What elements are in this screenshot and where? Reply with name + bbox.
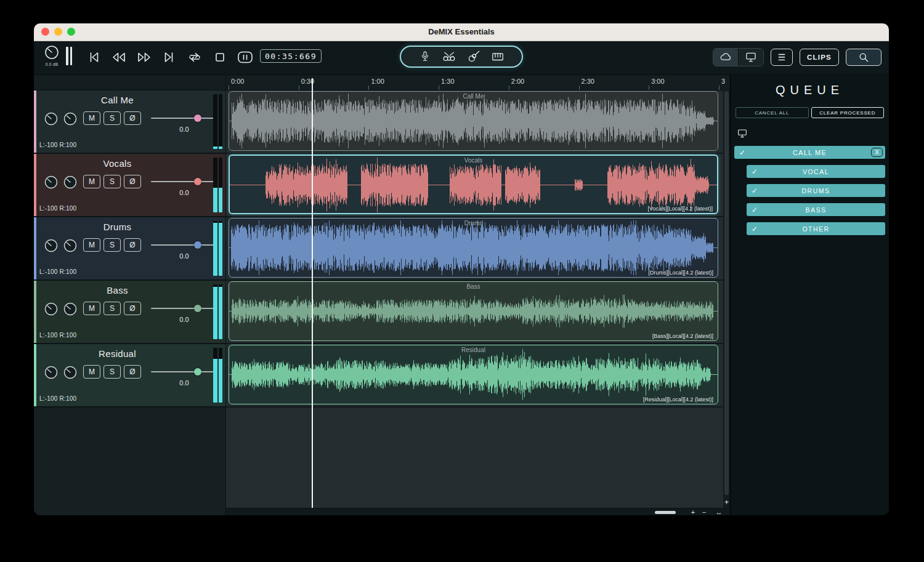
volume-slider-handle[interactable] (194, 178, 201, 185)
master-level-meter (66, 47, 72, 65)
remove-job-button[interactable]: X (871, 148, 883, 157)
solo-button[interactable]: S (103, 175, 121, 188)
volume-slider-handle[interactable] (194, 305, 201, 312)
audio-clip-drums[interactable]: Drums [Drums][Local][4.2 (latest)] (229, 218, 718, 278)
mute-button[interactable]: M (83, 238, 100, 252)
volume-value: 0.0 (151, 252, 217, 260)
zoom-out-button[interactable]: − (699, 508, 709, 515)
track-header-drums: Drums M S Ø 0.0 L:-100 R:100 (34, 217, 225, 281)
cancel-all-button[interactable]: CANCEL ALL (736, 107, 809, 118)
audio-clip-bass[interactable]: Bass [Bass][Local][4.2 (latest)] (229, 281, 718, 341)
width-knob[interactable] (62, 111, 78, 127)
audio-clip-residual[interactable]: Residual [Residual][Local][4.2 (latest)] (229, 345, 718, 404)
phase-button[interactable]: Ø (124, 238, 141, 252)
microphone-icon[interactable] (419, 50, 431, 63)
queue-job-call-me[interactable]: ✓ CALL ME X (734, 146, 885, 159)
check-icon: ✓ (752, 206, 758, 214)
fast-forward-button[interactable] (132, 47, 156, 67)
volume-slider-handle[interactable] (194, 114, 201, 122)
clear-processed-button[interactable]: CLEAR PROCESSED (811, 107, 885, 118)
volume-slider[interactable] (151, 367, 217, 377)
vertical-scrollbar[interactable]: + (723, 90, 730, 508)
piano-icon[interactable] (491, 50, 505, 63)
pan-knob[interactable] (43, 238, 59, 254)
mute-button[interactable]: M (83, 111, 100, 125)
horizontal-scrollbar-thumb[interactable] (655, 511, 676, 514)
instrument-selector[interactable] (400, 46, 523, 68)
skip-to-start-button[interactable] (82, 47, 105, 67)
width-knob[interactable] (62, 238, 78, 254)
skip-to-end-button[interactable] (158, 47, 181, 67)
track-name[interactable]: Call Me (34, 95, 201, 105)
horizontal-scrollbar[interactable]: + − ↔ (226, 508, 730, 515)
queue-stem-drums[interactable]: ✓ DRUMS (747, 184, 885, 197)
volume-slider[interactable] (151, 177, 217, 187)
volume-slider[interactable] (151, 303, 217, 313)
vertical-zoom-in-button[interactable]: + (723, 498, 730, 507)
vertical-scrollbar-thumb[interactable] (724, 91, 729, 495)
solo-button[interactable]: S (103, 302, 121, 315)
track-name[interactable]: Vocals (34, 158, 201, 169)
search-button[interactable] (846, 49, 881, 66)
volume-value: 0.0 (151, 379, 217, 387)
timeline-ruler[interactable]: 0:00 0:30 1:00 1:30 2:00 2:30 3:00 3 (226, 75, 730, 90)
zoom-in-button[interactable]: + (688, 508, 698, 515)
pan-knob[interactable] (43, 364, 59, 380)
queue-stem-bass[interactable]: ✓ BASS (747, 203, 885, 216)
audio-clip-call-me[interactable]: Call Me (229, 91, 718, 151)
mute-button[interactable]: M (83, 175, 100, 188)
solo-button[interactable]: S (103, 238, 121, 252)
master-gain-knob[interactable]: 0.0 dB (43, 44, 61, 66)
lane-call-me: Call Me (226, 90, 730, 154)
width-knob[interactable] (62, 174, 78, 190)
zoom-fit-button[interactable]: ↔ (714, 508, 724, 515)
volume-slider-handle[interactable] (194, 241, 201, 249)
clip-title: Drums (229, 220, 718, 227)
audio-clip-vocals[interactable]: Vocals [Vocals][Local][4.2 (latest)] (229, 155, 718, 214)
solo-button[interactable]: S (103, 365, 121, 379)
playhead[interactable] (312, 78, 313, 508)
pan-knob[interactable] (43, 111, 59, 127)
cloud-icon (719, 51, 732, 63)
mute-button[interactable]: M (83, 365, 100, 379)
clips-button[interactable]: CLIPS (800, 49, 839, 66)
screen: DeMIX Essentials 0.0 dB (0, 0, 924, 562)
solo-button[interactable]: S (103, 111, 121, 125)
volume-slider[interactable] (151, 113, 217, 123)
time-display: 00:35:669 (260, 49, 322, 63)
menu-button[interactable]: ☰ (771, 49, 793, 66)
stem-label: OTHER (747, 225, 885, 233)
local-processing-button[interactable] (738, 49, 763, 66)
pan-range-label: L:-100 R:100 (39, 268, 76, 275)
phase-button[interactable]: Ø (124, 365, 141, 379)
rewind-button[interactable] (107, 47, 131, 67)
guitar-icon[interactable] (467, 50, 480, 63)
window-title: DeMIX Essentials (34, 23, 889, 41)
mute-button[interactable]: M (83, 302, 100, 315)
queue-stem-other[interactable]: ✓ OTHER (747, 222, 885, 235)
volume-slider-handle[interactable] (194, 368, 201, 375)
timeline-area: 0:00 0:30 1:00 1:30 2:00 2:30 3:00 3 Cal… (226, 75, 730, 515)
skip-end-icon (162, 50, 177, 65)
phase-button[interactable]: Ø (124, 175, 141, 188)
phase-button[interactable]: Ø (124, 302, 141, 315)
drums-icon[interactable] (442, 50, 456, 63)
queue-stem-vocal[interactable]: ✓ VOCAL (747, 165, 885, 178)
monitor-icon (744, 51, 758, 63)
width-knob[interactable] (62, 364, 78, 380)
track-name[interactable]: Bass (34, 285, 201, 295)
phase-button[interactable]: Ø (124, 111, 141, 125)
cloud-processing-button[interactable] (713, 49, 738, 66)
track-name[interactable]: Drums (34, 222, 201, 232)
loop-button[interactable] (183, 47, 206, 67)
pan-knob[interactable] (43, 174, 59, 190)
width-knob[interactable] (62, 301, 78, 317)
pause-button[interactable] (233, 47, 257, 67)
stop-button[interactable] (208, 47, 232, 67)
pan-knob[interactable] (43, 301, 59, 317)
clip-title: Bass (229, 283, 718, 290)
track-name[interactable]: Residual (34, 348, 201, 359)
check-icon: ✓ (752, 168, 758, 175)
volume-slider[interactable] (151, 240, 217, 250)
track-level-meter (213, 94, 222, 149)
